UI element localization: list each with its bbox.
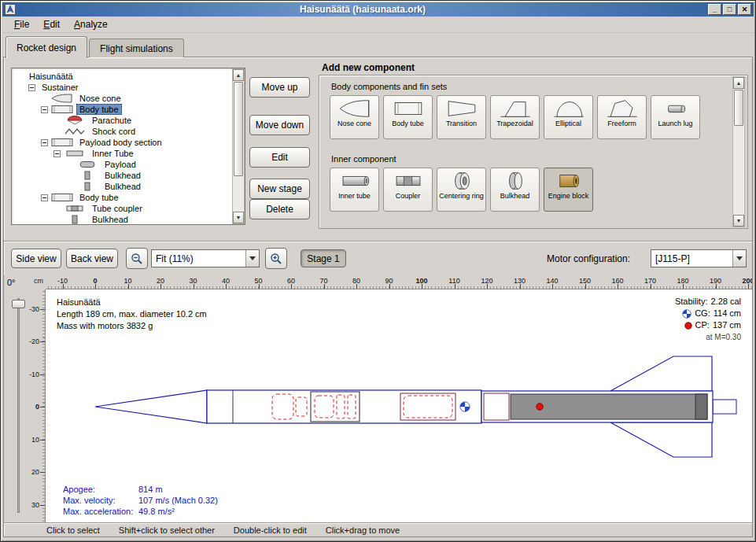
component-button[interactable]: Centering ring	[437, 168, 486, 212]
component-tree[interactable]: Haisunäätä Sustainer Nose cone Body tube	[11, 68, 245, 225]
menu-item[interactable]: Analyze	[67, 17, 115, 31]
chevron-down-icon[interactable]	[245, 250, 259, 267]
component-button-label: Trapezoidal	[496, 120, 533, 127]
tree-expander-icon[interactable]	[53, 150, 61, 157]
tree-item-label: Haisunäätä	[26, 71, 76, 82]
cp-value: 137 cm	[713, 319, 741, 331]
scroll-up-button[interactable]: ▲	[233, 69, 244, 81]
tree-expander-icon[interactable]	[41, 194, 48, 201]
status-hint: Shift+click to select other	[119, 525, 215, 535]
tree-action-button[interactable]: Move up	[249, 77, 310, 98]
menu-item[interactable]: File	[7, 17, 36, 31]
menu-item[interactable]: Edit	[36, 17, 67, 31]
tree-item[interactable]: Bulkhead	[12, 181, 245, 192]
component-button[interactable]: Transition	[437, 95, 486, 139]
component-button[interactable]: Nose cone	[330, 95, 379, 139]
tab[interactable]: Flight simulations	[89, 39, 184, 57]
tree-item[interactable]: Payload	[12, 159, 245, 170]
scroll-down-button[interactable]: ▼	[733, 215, 744, 227]
tree-item[interactable]: Sustainer	[12, 82, 245, 93]
flight-stat-value: 814 m	[138, 484, 163, 495]
tree-item[interactable]: Inner Tube	[12, 148, 245, 159]
minimize-button[interactable]: _	[708, 4, 721, 15]
component-icon	[51, 94, 73, 103]
tree-item[interactable]: Parachute	[12, 115, 245, 126]
component-button[interactable]: Body tube	[383, 95, 433, 139]
maximize-button[interactable]: □	[723, 4, 736, 15]
status-hint: Double-click to edit	[234, 525, 307, 535]
tree-item[interactable]: Bulkhead	[12, 214, 245, 225]
component-button-icon	[445, 98, 478, 120]
tree-action-button[interactable]: New stage	[249, 179, 310, 199]
component-button[interactable]: Engine block	[544, 168, 593, 212]
cp-label: CP:	[695, 319, 710, 331]
tree-item-label: Sustainer	[39, 82, 81, 93]
rotation-slider-track[interactable]	[17, 298, 20, 513]
cg-legend-icon	[682, 309, 691, 319]
component-button[interactable]: Coupler	[383, 168, 433, 212]
tree-expander-icon[interactable]	[28, 84, 35, 91]
scroll-up-button[interactable]: ▲	[733, 77, 744, 89]
component-button[interactable]: Launch lug	[651, 95, 700, 139]
motor-configuration-select[interactable]: [J115-P]	[651, 249, 747, 267]
inner-component-buttons: Inner tube Coupler Centering ring Bulkhe…	[330, 168, 593, 212]
component-icon	[76, 171, 98, 180]
tab[interactable]: Rocket design	[6, 36, 87, 58]
tree-item[interactable]: Body tube	[12, 192, 245, 203]
tree-item[interactable]: Bulkhead	[12, 170, 245, 181]
component-button-icon	[445, 170, 478, 192]
motor-configuration-value: [J115-P]	[655, 253, 690, 264]
zoom-level-select[interactable]: Fit (11%)	[151, 249, 260, 267]
scrollbar-thumb[interactable]	[734, 90, 743, 126]
tree-item[interactable]: Tube coupler	[12, 203, 245, 214]
component-icon	[51, 193, 73, 202]
tree-item[interactable]: Nose cone	[12, 93, 245, 104]
tree-expander-icon[interactable]	[41, 139, 48, 146]
component-button-icon	[392, 98, 425, 120]
tree-scrollbar[interactable]: ▲ ▼	[232, 68, 245, 224]
flight-stat-row: Max. velocity: 107 m/s (Mach 0.32)	[63, 495, 218, 506]
rotation-angle-value: 0°	[7, 278, 16, 287]
vertical-ruler: -30-20-100102030	[29, 289, 46, 522]
component-button-icon	[392, 170, 425, 192]
tree-action-button[interactable]: Delete	[249, 199, 310, 219]
tree-item[interactable]: Haisunäätä	[12, 71, 245, 82]
tree-expander-icon[interactable]	[41, 106, 48, 113]
tree-item-label: Bulkhead	[101, 170, 144, 181]
tree-item-label: Shock cord	[89, 126, 138, 137]
zoom-out-button[interactable]	[126, 248, 148, 269]
rocket-info-line: Length 189 cm, max. diameter 10.2 cm	[57, 308, 207, 320]
tree-item[interactable]: Shock cord	[12, 126, 245, 137]
component-button[interactable]: Inner tube	[330, 168, 379, 212]
flight-stat-value: 107 m/s (Mach 0.32)	[138, 495, 218, 506]
tree-action-button[interactable]: Move down	[249, 115, 310, 135]
motor-configuration-label: Motor configuration:	[547, 253, 630, 264]
back-view-button[interactable]: Back view	[66, 249, 118, 268]
component-button-icon	[606, 98, 639, 120]
title-bar[interactable]: Haisunäätä (haisunaata.ork) _ □ ✕	[2, 2, 754, 17]
tree-item[interactable]: Body tube	[12, 104, 245, 115]
flight-stat-row: Apogee: 814 m	[63, 484, 218, 495]
add-component-scrollbar[interactable]: ▲ ▼	[732, 76, 745, 227]
ruler-unit-label: cm	[29, 275, 46, 289]
flight-stat-label: Apogee:	[63, 484, 138, 495]
chevron-down-icon[interactable]	[732, 250, 746, 267]
toolbar-separator	[4, 241, 752, 242]
close-button[interactable]: ✕	[738, 4, 751, 15]
rotation-slider-thumb[interactable]	[12, 300, 25, 308]
tree-item-label: Payload	[101, 159, 139, 170]
component-button[interactable]: Trapezoidal	[490, 95, 540, 139]
component-button[interactable]: Elliptical	[544, 95, 593, 139]
rocket-drawing-area[interactable]: HaisunäätäLength 189 cm, max. diameter 1…	[46, 289, 752, 522]
scrollbar-thumb[interactable]	[234, 82, 243, 176]
zoom-in-button[interactable]	[265, 248, 287, 269]
component-button-icon	[499, 170, 532, 192]
tree-action-button[interactable]: Edit	[249, 147, 310, 168]
component-button[interactable]: Bulkhead	[490, 168, 540, 212]
scroll-down-button[interactable]: ▼	[233, 212, 244, 223]
side-view-button[interactable]: Side view	[11, 249, 61, 268]
stage-1-toggle-button[interactable]: Stage 1	[301, 249, 346, 267]
tree-item[interactable]: Payload body section	[12, 137, 245, 148]
tab-strip: Rocket design Flight simulations	[6, 36, 186, 57]
component-button[interactable]: Freeform	[597, 95, 647, 139]
